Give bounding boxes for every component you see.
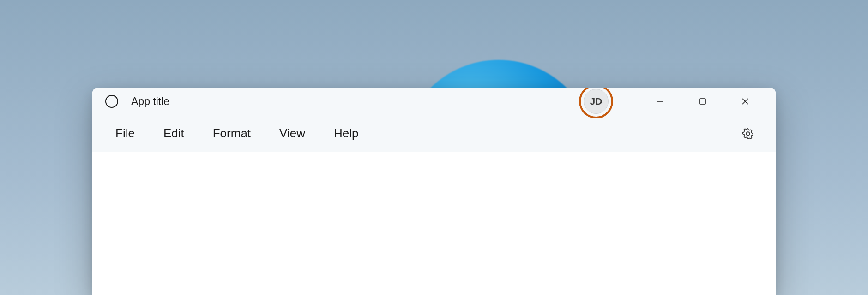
- settings-button[interactable]: [737, 123, 759, 145]
- content-area: [92, 152, 776, 295]
- window-controls: [639, 90, 766, 112]
- menu-file[interactable]: File: [105, 122, 145, 145]
- close-icon: [741, 97, 749, 106]
- minimize-icon: [656, 97, 664, 106]
- menu-edit[interactable]: Edit: [153, 122, 194, 145]
- minimize-button[interactable]: [639, 90, 681, 112]
- close-button[interactable]: [724, 90, 766, 112]
- menu-format[interactable]: Format: [203, 122, 261, 145]
- app-title: App title: [131, 95, 169, 108]
- user-avatar-highlight: JD: [579, 88, 613, 118]
- menubar: File Edit Format View Help: [92, 115, 776, 152]
- menu-label: File: [115, 126, 135, 140]
- highlight-ring-icon: [579, 88, 613, 118]
- menu-label: View: [279, 126, 305, 140]
- titlebar[interactable]: App title JD: [92, 88, 776, 115]
- gear-icon: [741, 127, 754, 140]
- svg-rect-1: [700, 99, 705, 104]
- menu-help[interactable]: Help: [324, 122, 368, 145]
- menu-label: Format: [213, 126, 251, 140]
- maximize-button[interactable]: [681, 90, 724, 112]
- menu-label: Edit: [163, 126, 184, 140]
- menu-label: Help: [334, 126, 358, 140]
- menu-view[interactable]: View: [269, 122, 315, 145]
- svg-point-4: [746, 132, 749, 135]
- app-icon: [105, 95, 118, 108]
- app-window: App title JD: [92, 88, 776, 295]
- maximize-icon: [699, 97, 707, 106]
